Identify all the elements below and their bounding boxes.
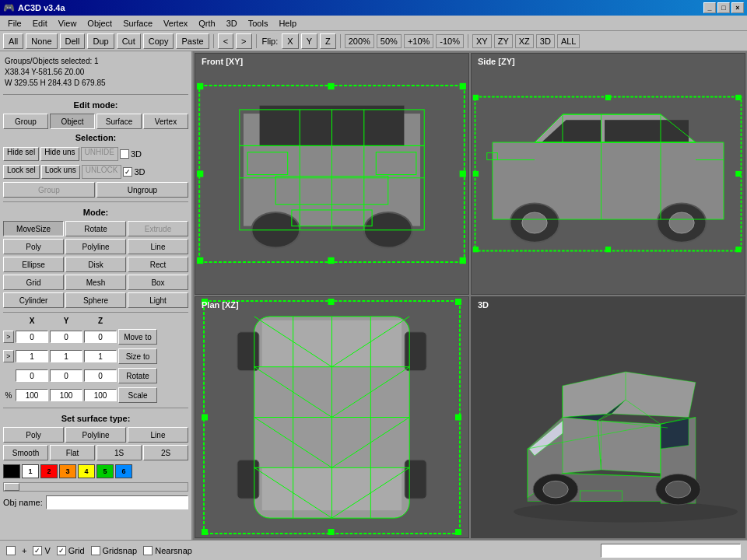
- light-btn[interactable]: Light: [128, 292, 188, 308]
- swatch-6[interactable]: 6: [115, 464, 132, 478]
- rotate-btn-action[interactable]: Rotate: [118, 368, 157, 383]
- none-button[interactable]: None: [26, 33, 57, 49]
- hide-uns-btn[interactable]: Hide uns: [40, 147, 79, 161]
- swatch-4[interactable]: 4: [78, 464, 95, 478]
- menu-view[interactable]: View: [54, 17, 82, 30]
- group-btn[interactable]: Group: [3, 182, 95, 198]
- gridsnap-checkbox[interactable]: [91, 546, 100, 555]
- zoom-200-button[interactable]: 200%: [345, 34, 374, 48]
- v-checkbox[interactable]: ✓: [33, 546, 42, 555]
- unhide-btn[interactable]: UNHIDE: [81, 147, 118, 161]
- menu-tools[interactable]: Tools: [244, 17, 273, 30]
- cylinder-btn[interactable]: Cylinder: [3, 292, 64, 308]
- menu-qrth[interactable]: Qrth: [194, 17, 219, 30]
- scale-btn[interactable]: Scale: [118, 387, 157, 403]
- movesize-btn[interactable]: MoveSize: [3, 221, 64, 236]
- nearsnap-checkbox[interactable]: [143, 546, 153, 555]
- surf-line-btn[interactable]: Line: [128, 427, 188, 443]
- swatch-1[interactable]: 1: [22, 464, 39, 478]
- flip-x-button[interactable]: X: [282, 33, 298, 49]
- swatch-black[interactable]: [3, 464, 20, 478]
- unlock-btn[interactable]: UNLOCK: [82, 165, 122, 179]
- surf-poly-btn[interactable]: Poly: [3, 427, 64, 443]
- menu-edit[interactable]: Edit: [28, 17, 52, 30]
- h-scroll-thumb[interactable]: [4, 483, 19, 491]
- dup-button[interactable]: Dup: [87, 33, 114, 49]
- mode-object-btn[interactable]: Object: [50, 114, 95, 129]
- zoom-minus10-button[interactable]: -10%: [436, 34, 464, 48]
- surf-polyline-btn[interactable]: Polyline: [65, 427, 126, 443]
- dell-button[interactable]: Dell: [60, 33, 86, 49]
- cut-button[interactable]: Cut: [117, 33, 141, 49]
- mode-group-btn[interactable]: Group: [3, 114, 48, 129]
- close-button[interactable]: ×: [731, 2, 744, 13]
- flat-btn[interactable]: Flat: [50, 445, 95, 460]
- scale-z-input[interactable]: [84, 389, 117, 401]
- move-x-input[interactable]: [16, 331, 48, 343]
- size-x-input[interactable]: [16, 350, 48, 362]
- empty-checkbox[interactable]: [6, 546, 16, 555]
- disk-btn[interactable]: Disk: [65, 257, 126, 272]
- rotate-z-input[interactable]: [84, 369, 117, 382]
- menu-file[interactable]: File: [3, 17, 26, 30]
- extrude-btn[interactable]: Extrude: [128, 221, 188, 236]
- menu-3d[interactable]: 3D: [222, 17, 242, 30]
- grid-btn[interactable]: Grid: [3, 275, 64, 290]
- box-btn[interactable]: Box: [128, 275, 188, 290]
- lock-sel-btn[interactable]: Lock sel: [3, 165, 40, 179]
- size-to-btn[interactable]: Size to: [118, 348, 157, 364]
- ungroup-btn[interactable]: Ungroup: [96, 182, 188, 198]
- move-to-btn[interactable]: Move to: [118, 329, 157, 345]
- move-y-input[interactable]: [50, 331, 82, 343]
- menu-object[interactable]: Object: [82, 17, 117, 30]
- viewport-plan[interactable]: Plan [XZ]: [195, 296, 469, 538]
- viewport-side[interactable]: Side [ZY]: [471, 53, 745, 295]
- grid-checkbox[interactable]: ✓: [57, 546, 66, 555]
- move-arrow[interactable]: >: [3, 331, 14, 343]
- 1s-btn[interactable]: 1S: [96, 445, 142, 460]
- view-xy-button[interactable]: XY: [472, 34, 492, 48]
- scale-x-input[interactable]: [16, 389, 48, 401]
- prev-button[interactable]: <: [218, 33, 233, 49]
- rotate-y-input[interactable]: [50, 369, 82, 382]
- size-arrow[interactable]: >: [3, 350, 14, 362]
- swatch-3[interactable]: 3: [59, 464, 76, 478]
- maximize-button[interactable]: □: [717, 2, 730, 13]
- viewport-front[interactable]: Front [XY]: [195, 53, 469, 295]
- ellipse-btn[interactable]: Ellipse: [3, 257, 64, 272]
- polyline-btn[interactable]: Polyline: [65, 239, 126, 254]
- view-xz-button[interactable]: XZ: [515, 34, 534, 48]
- view-all-button[interactable]: ALL: [557, 34, 580, 48]
- viewport-3d[interactable]: 3D: [471, 296, 745, 538]
- scale-y-input[interactable]: [50, 389, 82, 401]
- paste-button[interactable]: Paste: [176, 33, 209, 49]
- size-z-input[interactable]: [84, 350, 117, 362]
- line-btn[interactable]: Line: [128, 239, 188, 254]
- view-zy-button[interactable]: ZY: [494, 34, 513, 48]
- minimize-button[interactable]: _: [703, 2, 716, 13]
- unlock-checkbox[interactable]: ✓: [123, 167, 132, 177]
- sphere-btn[interactable]: Sphere: [65, 292, 126, 308]
- obj-name-input[interactable]: [46, 495, 188, 509]
- rect-btn[interactable]: Rect: [128, 257, 188, 272]
- move-z-input[interactable]: [84, 331, 117, 343]
- all-button[interactable]: All: [3, 33, 23, 49]
- flip-z-button[interactable]: Z: [320, 33, 336, 49]
- rotate-btn[interactable]: Rotate: [65, 221, 126, 236]
- view-3d-button[interactable]: 3D: [536, 34, 555, 48]
- mesh-btn[interactable]: Mesh: [65, 275, 126, 290]
- menu-surface[interactable]: Surface: [118, 17, 157, 30]
- size-y-input[interactable]: [50, 350, 82, 362]
- 2s-btn[interactable]: 2S: [143, 445, 188, 460]
- swatch-2[interactable]: 2: [40, 464, 58, 478]
- mode-surface-btn[interactable]: Surface: [96, 114, 142, 129]
- zoom-plus10-button[interactable]: +10%: [404, 34, 433, 48]
- poly-btn[interactable]: Poly: [3, 239, 64, 254]
- menu-vertex[interactable]: Vertex: [159, 17, 192, 30]
- smooth-btn[interactable]: Smooth: [3, 445, 48, 460]
- zoom-50-button[interactable]: 50%: [377, 34, 402, 48]
- lock-uns-btn[interactable]: Lock uns: [41, 165, 80, 179]
- unhide-checkbox[interactable]: [120, 149, 129, 159]
- menu-help[interactable]: Help: [274, 17, 301, 30]
- swatch-5[interactable]: 5: [96, 464, 114, 478]
